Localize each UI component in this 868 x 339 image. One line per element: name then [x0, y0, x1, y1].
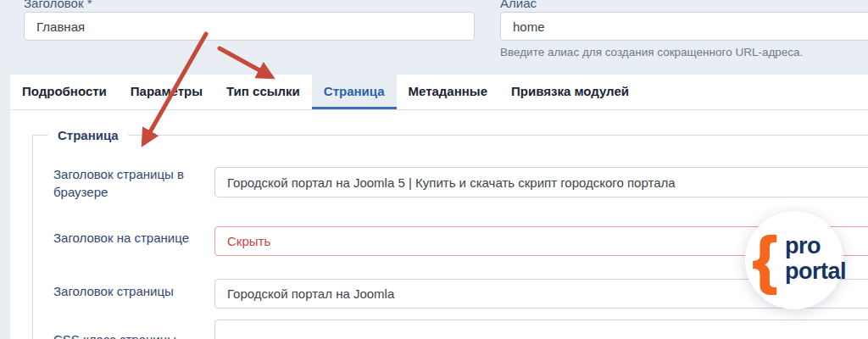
page-css-class-label: CSS класс страницы	[53, 331, 204, 339]
tab-metadata[interactable]: Метаданные	[397, 75, 499, 109]
fieldset-legend: Страница	[48, 127, 128, 144]
proportal-logo: { pro portal	[745, 211, 843, 309]
annotation-arrow-to-page-tab	[220, 48, 270, 76]
page-heading-label: Заголовок страницы	[53, 282, 204, 300]
logo-line-portal: portal	[785, 258, 846, 284]
tab-module-binding[interactable]: Привязка модулей	[499, 75, 641, 109]
tab-link-type[interactable]: Тип ссылки	[214, 75, 312, 109]
show-page-heading-label: Заголовок на странице	[53, 229, 204, 247]
browser-page-title-input[interactable]	[214, 167, 868, 197]
alias-help-text: Введите алиас для создания сокращенного …	[500, 46, 803, 58]
tab-bar: Подробности Параметры Тип ссылки Страниц…	[10, 75, 868, 110]
tab-page[interactable]: Страница	[312, 75, 397, 109]
page-css-class-input[interactable]	[214, 320, 868, 339]
alias-input[interactable]	[500, 12, 868, 41]
tab-parameters[interactable]: Параметры	[119, 75, 214, 109]
logo-wordmark: pro portal	[785, 233, 846, 284]
logo-line-pro: pro	[785, 233, 846, 258]
alias-field-label: Алиас	[500, 0, 537, 10]
browser-page-title-label: Заголовок страницы в браузере	[53, 165, 204, 201]
title-input[interactable]	[24, 12, 475, 41]
logo-brace-icon: {	[753, 220, 777, 300]
tab-details[interactable]: Подробности	[10, 75, 119, 109]
title-field-label: Заголовок *	[24, 0, 92, 10]
